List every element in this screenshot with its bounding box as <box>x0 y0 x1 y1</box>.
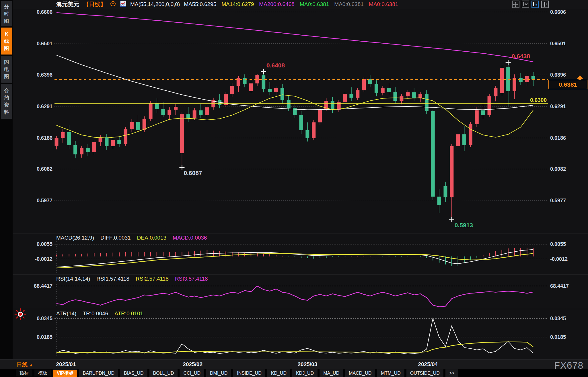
support-line-label: 0.6300 <box>530 97 547 103</box>
indicator-tab-1[interactable]: 模板 <box>34 370 51 376</box>
price-axis-label-left: 0.6291 <box>37 104 52 109</box>
atr-atr-value: ATR:0.0101 <box>114 310 143 317</box>
price-axis-label-right: 0.6082 <box>550 166 566 172</box>
indicator-tab-bar: 指标模板VIP指标BARUPDN_UDBIAS_UDBOLL_UDCCI_UDD… <box>0 369 588 377</box>
rsi-line <box>57 286 533 307</box>
atr-tr-value: TR:0.0046 <box>83 310 108 317</box>
rsi3-value: RSI3:57.4118 <box>175 276 208 282</box>
annotation-label: 0.6408 <box>266 62 285 69</box>
indicator-tab-9[interactable]: KD_UD <box>267 370 290 377</box>
price-annotation-3 <box>449 217 454 222</box>
rsi1-value: RSI1:57.4118 <box>96 276 129 282</box>
atr-axis-label-left: 0.0185 <box>37 334 52 340</box>
rsi-axis-label-left: 68.4417 <box>34 283 52 289</box>
alert-sun-icon[interactable] <box>14 308 27 322</box>
ma55-line <box>57 55 533 110</box>
indicator-tab-11[interactable]: MA_UD <box>320 370 343 377</box>
macd-axis-label-right: 0.0055 <box>550 241 566 247</box>
macd-macd-value: MACD:0.0036 <box>173 235 207 241</box>
rsi-axis-label-right: 68.4417 <box>550 283 569 289</box>
indicator-tab-14[interactable]: OUTSIDE_UD <box>406 370 443 377</box>
macd-axis-label-right: -0.0012 <box>550 256 568 262</box>
macd-dea-value: DEA:0.0013 <box>137 235 166 241</box>
rsi-title: RSI(14,14,14) <box>56 276 90 282</box>
macd-dif-line <box>57 250 533 267</box>
atr-title: ATR(14) <box>56 310 76 317</box>
indicator-tab-2[interactable]: VIP指标 <box>53 370 77 377</box>
period-selector[interactable]: 日线 ▲ <box>17 361 33 368</box>
indicator-tab-13[interactable]: MTM_UD <box>377 370 404 377</box>
atr-axis-label-right: 0.0185 <box>550 334 566 340</box>
price-axis-label-right: 0.6501 <box>550 41 566 46</box>
price-axis-label-right: 0.6396 <box>550 72 566 78</box>
price-axis-label-right: 0.6606 <box>550 9 566 15</box>
price-axis-label-right: 0.6291 <box>550 104 566 109</box>
price-annotation-2 <box>506 60 511 65</box>
atr-header: ATR(14) TR:0.0046 ATR:0.0101 <box>56 310 143 317</box>
ma200-line <box>57 13 533 62</box>
annotation-label: 0.5913 <box>455 222 473 228</box>
price-axis-label-left: 0.6396 <box>37 72 52 78</box>
indicator-tab-0[interactable]: 指标 <box>16 370 32 376</box>
atr-axis-label-right: 0.0345 <box>550 316 566 321</box>
atr-tr-line <box>57 318 533 354</box>
last-price-value: 0.6381 <box>559 81 577 88</box>
indicator-tab-7[interactable]: DMI_UD <box>206 370 231 377</box>
atr-axis-label-left: 0.0345 <box>37 316 52 321</box>
indicator-tab-5[interactable]: BOLL_UD <box>149 370 178 377</box>
indicator-tab-8[interactable]: INSIDE_UD <box>233 370 265 377</box>
price-axis-label-left: 0.6186 <box>37 135 52 141</box>
price-axis-label-right: 0.6186 <box>550 135 566 141</box>
time-axis-label-1: 2025/02 <box>183 361 203 368</box>
indicator-tab-4[interactable]: BIAS_UD <box>120 370 147 377</box>
candles <box>55 62 535 219</box>
rsi2-value: RSI2:57.4118 <box>136 276 169 282</box>
indicator-tab-3[interactable]: BARUPDN_UD <box>79 370 118 377</box>
price-annotation-0 <box>261 69 266 74</box>
macd-histogram <box>57 248 533 266</box>
chart-canvas[interactable]: 0.66060.66060.65010.65010.63960.63960.62… <box>0 0 588 377</box>
macd-header: MACD(26,12,9) DIFF:0.0031 DEA:0.0013 MAC… <box>56 235 207 241</box>
annotation-label: 0.6087 <box>184 170 202 176</box>
price-axis-label-left: 0.6606 <box>37 9 52 15</box>
rsi-header: RSI(14,14,14) RSI1:57.4118 RSI2:57.4118 … <box>56 276 208 282</box>
indicator-tab-12[interactable]: MACD_UD <box>345 370 375 377</box>
indicator-tab-10[interactable]: KDJ_UD <box>292 370 318 377</box>
time-axis-label-3: 2025/04 <box>418 361 438 368</box>
annotation-label: 0.6438 <box>512 53 530 59</box>
macd-axis-label-left: -0.0012 <box>35 256 52 262</box>
macd-axis-label-left: 0.0055 <box>37 241 52 247</box>
trading-app-window: 分时图K线图闪电图合约资料 澳元美元 【日线】 MA(55,14,200,0,0… <box>0 0 588 377</box>
price-axis-label-left: 0.6082 <box>37 166 52 172</box>
macd-title: MACD(26,12,9) <box>56 235 94 241</box>
indicator-tab-6[interactable]: CCI_UD <box>180 370 204 377</box>
time-axis-label-0: 2025/01 <box>56 361 76 368</box>
watermark: FX678 <box>554 360 583 371</box>
macd-diff-value: DIFF:0.0031 <box>100 235 131 241</box>
indicator-tab-15[interactable]: >> <box>445 370 458 377</box>
time-axis-label-2: 2025/03 <box>298 361 318 368</box>
time-axis-strip: 日线 ▲ 2025/012025/022025/032025/04 <box>0 359 588 369</box>
price-axis-label-left: 0.5977 <box>37 198 52 203</box>
price-axis-label-left: 0.6501 <box>37 41 52 46</box>
price-axis-label-right: 0.5977 <box>550 198 566 203</box>
